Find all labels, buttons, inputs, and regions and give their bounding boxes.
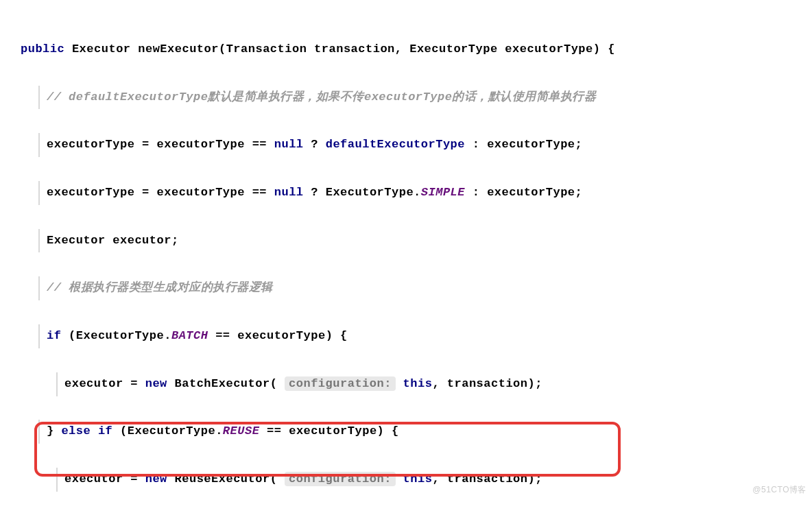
token-keyword: this (403, 377, 433, 390)
token-keyword: new (145, 472, 167, 486)
token-plain: , transaction); (432, 377, 542, 390)
token-plain: ? (304, 138, 326, 151)
token-keyword: new (145, 377, 167, 390)
code-block: public Executor newExecutor(Transaction … (21, 14, 791, 515)
token-comment: // defaultExecutorType默认是简单执行器，如果不传execu… (47, 91, 596, 104)
code-line: executorType = executorType == null ? Ex… (38, 181, 791, 205)
token-plain: Executor executor; (47, 234, 179, 247)
token-plain: : executorType; (465, 138, 582, 151)
code-line: public Executor newExecutor(Transaction … (21, 38, 791, 62)
code-line: // 根据执行器类型生成对应的执行器逻辑 (38, 276, 791, 300)
code-line: // defaultExecutorType默认是简单执行器，如果不传execu… (38, 86, 791, 110)
token-keyword: if (47, 329, 61, 342)
token-comment: // 根据执行器类型生成对应的执行器逻辑 (47, 281, 273, 294)
token-plain: == executorType) { (208, 329, 347, 342)
token-plain: == executorType) { (259, 424, 398, 438)
token-plain: (ExecutorType. (112, 424, 223, 438)
token-plain: : executorType; (465, 186, 582, 199)
code-line: if (ExecutorType.BATCH == executorType) … (38, 324, 791, 348)
parameter-hint: configuration: (285, 376, 396, 391)
token-keyword: public (21, 43, 64, 56)
token-enum: SIMPLE (421, 186, 465, 199)
token-plain: ReuseExecutor( (167, 472, 285, 486)
token-plain: } (47, 424, 61, 438)
token-field: defaultExecutorType (326, 138, 465, 151)
code-line: executor = new ReuseExecutor( configurat… (56, 468, 791, 492)
token-plain: (ExecutorType. (61, 329, 171, 342)
token-keyword: else if (61, 424, 112, 438)
token-plain: ? ExecutorType. (304, 186, 421, 199)
token-plain: BatchExecutor( (167, 377, 285, 390)
code-line: executorType = executorType == null ? de… (38, 133, 791, 157)
token-plain: executorType = executorType == (47, 186, 274, 199)
code-line: } else if (ExecutorType.REUSE == executo… (38, 420, 791, 444)
token-enum: BATCH (171, 329, 208, 342)
token-plain: executor = (64, 377, 145, 390)
token-keyword: null (274, 186, 304, 199)
token-plain: , transaction); (432, 472, 542, 486)
parameter-hint: configuration: (285, 472, 396, 486)
token-plain: executorType = executorType == (47, 138, 274, 151)
watermark-text: @51CTO博客 (752, 481, 807, 499)
code-line: Executor executor; (38, 229, 791, 253)
token-keyword: this (403, 472, 433, 486)
token-enum: REUSE (223, 424, 260, 438)
code-line: executor = new BatchExecutor( configurat… (56, 372, 791, 396)
token-plain: executor = (64, 472, 145, 486)
token-keyword: null (274, 138, 304, 151)
token-plain: Executor newExecutor(Transaction transac… (64, 43, 615, 56)
